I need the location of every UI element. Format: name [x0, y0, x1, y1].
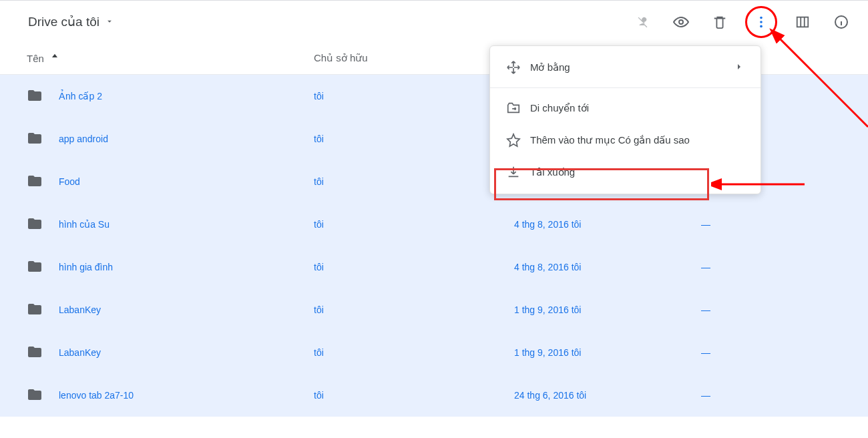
chevron-right-icon	[734, 61, 744, 74]
file-size: —	[701, 219, 868, 230]
grid-view-icon[interactable]	[789, 9, 816, 35]
svg-point-0	[679, 20, 683, 24]
svg-point-1	[760, 16, 763, 19]
file-owner: tôi	[314, 347, 514, 358]
svg-point-3	[760, 25, 763, 27]
folder-icon	[27, 344, 43, 362]
file-name: hình gia đình	[59, 262, 113, 272]
file-date: 4 thg 8, 2016 tôi	[514, 219, 701, 230]
file-owner: tôi	[314, 262, 514, 272]
file-name: lenovo tab 2a7-10	[59, 390, 134, 401]
file-size: —	[701, 347, 868, 358]
folder-icon	[27, 301, 43, 319]
file-name: LabanKey	[59, 304, 101, 315]
file-size: —	[701, 304, 868, 315]
table-row[interactable]: LabanKeytôi1 thg 9, 2016 tôi—	[0, 331, 868, 374]
context-menu: Mở bằng Di chuyển tới Thêm vào thư mục C…	[489, 45, 761, 194]
folder-icon	[27, 387, 43, 405]
table-row[interactable]: LabanKeytôi1 thg 9, 2016 tôi—	[0, 288, 868, 331]
svg-rect-4	[797, 17, 809, 27]
file-date: 1 thg 9, 2016 tôi	[514, 347, 701, 358]
menu-open-with[interactable]: Mở bằng	[490, 51, 761, 83]
file-owner: tôi	[314, 390, 514, 401]
menu-move-to-label: Di chuyển tới	[530, 102, 589, 114]
menu-add-star[interactable]: Thêm vào thư mục Có gắn dấu sao	[490, 124, 761, 156]
file-owner: tôi	[314, 304, 514, 315]
folder-icon	[27, 87, 43, 105]
menu-add-star-label: Thêm vào thư mục Có gắn dấu sao	[530, 134, 690, 146]
file-name: app android	[59, 134, 108, 144]
folder-icon	[27, 258, 43, 276]
file-name: Ảnh cấp 2	[59, 91, 102, 101]
sort-asc-icon	[49, 52, 60, 65]
download-icon	[506, 165, 530, 180]
menu-move-to[interactable]: Di chuyển tới	[490, 92, 761, 124]
trash-icon[interactable]	[706, 9, 733, 35]
breadcrumb-my-drive[interactable]: Drive của tôi	[27, 11, 116, 32]
menu-open-with-label: Mở bằng	[530, 61, 570, 73]
file-owner: tôi	[314, 176, 514, 187]
file-date: 4 thg 8, 2016 tôi	[514, 262, 701, 272]
more-actions-button[interactable]	[754, 15, 769, 29]
toolbar-right	[629, 6, 855, 38]
menu-separator	[490, 87, 761, 88]
menu-download[interactable]: Tải xuống	[490, 156, 761, 188]
file-size: —	[701, 262, 868, 272]
file-name: Food	[59, 176, 80, 187]
file-size: —	[701, 390, 868, 401]
topbar: Drive của tôi	[0, 0, 868, 43]
file-date: 24 thg 6, 2016 tôi	[514, 390, 701, 401]
folder-icon	[27, 130, 43, 148]
share-disabled-icon[interactable]	[629, 9, 656, 35]
breadcrumb-title: Drive của tôi	[28, 14, 99, 29]
file-name: hình của Su	[59, 219, 110, 230]
star-icon	[506, 133, 530, 148]
folder-icon	[27, 216, 43, 234]
header-owner-label: Chủ sở hữu	[314, 52, 368, 63]
file-owner: tôi	[314, 91, 514, 101]
info-icon[interactable]	[828, 9, 855, 35]
svg-point-2	[760, 21, 763, 23]
chevron-down-icon	[105, 15, 114, 29]
column-name[interactable]: Tên	[27, 52, 314, 65]
open-with-icon	[506, 60, 530, 75]
header-name-label: Tên	[27, 53, 44, 64]
file-date: 1 thg 9, 2016 tôi	[514, 304, 701, 315]
preview-icon[interactable]	[668, 9, 694, 35]
move-to-icon	[506, 101, 530, 116]
column-owner[interactable]: Chủ sở hữu	[314, 52, 514, 65]
file-owner: tôi	[314, 134, 514, 144]
file-owner: tôi	[314, 219, 514, 230]
more-actions-highlight	[745, 6, 777, 38]
file-name: LabanKey	[59, 347, 101, 358]
table-row[interactable]: lenovo tab 2a7-10tôi24 thg 6, 2016 tôi—	[0, 374, 868, 417]
table-row[interactable]: hình của Sutôi4 thg 8, 2016 tôi—	[0, 203, 868, 246]
folder-icon	[27, 173, 43, 191]
table-row[interactable]: hình gia đìnhtôi4 thg 8, 2016 tôi—	[0, 246, 868, 288]
menu-download-label: Tải xuống	[530, 166, 575, 178]
